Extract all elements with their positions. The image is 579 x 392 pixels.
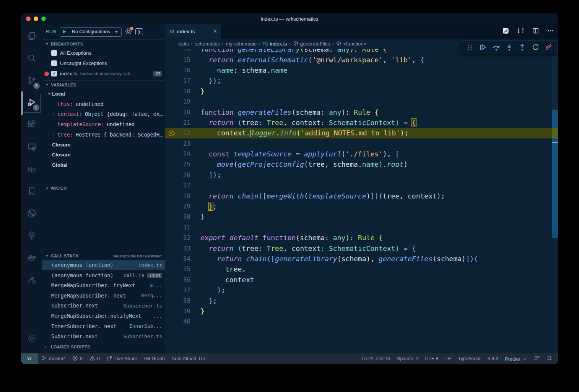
code-line-39[interactable]: 39} — [165, 306, 558, 316]
maximize-window-button[interactable] — [41, 16, 46, 21]
more-actions-icon[interactable] — [547, 27, 554, 36]
variables-section-header[interactable]: ▼VARIABLES — [42, 80, 165, 89]
variable-row[interactable]: ›tree:HostTree {_backend: ScopedH… — [42, 129, 165, 140]
gutter[interactable]: 32 — [165, 233, 200, 243]
split-editor-icon[interactable] — [532, 27, 539, 36]
status-errors[interactable]: 0 — [69, 353, 86, 364]
breadcrumb-item[interactable]: TSindex.ts — [263, 41, 287, 47]
close-tab-icon[interactable]: × — [214, 28, 217, 34]
status-language[interactable]: TypeScript — [454, 353, 484, 364]
gutter[interactable]: 25 — [165, 159, 200, 169]
close-window-button[interactable] — [26, 16, 31, 21]
call-stack-section-header[interactable]: ▼CALL STACK PAUSED ON BREAKPOINT — [42, 252, 165, 260]
restart-button[interactable] — [531, 43, 540, 52]
code-line-21[interactable]: 21 return (tree: Tree, context: Schemati… — [165, 117, 558, 128]
gutter[interactable]: 15 — [165, 54, 200, 65]
gutter[interactable]: 19 — [165, 96, 200, 107]
status-eol[interactable]: LF — [442, 353, 455, 364]
continue-button[interactable] — [478, 43, 488, 52]
minimize-window-button[interactable] — [34, 16, 38, 21]
gutter[interactable]: 20 — [165, 107, 200, 117]
activity-settings[interactable] — [23, 330, 41, 349]
disconnect-button[interactable] — [544, 43, 553, 52]
stack-frame[interactable]: MergeMapSubscriber._tryNextm... — [42, 280, 165, 291]
breadcrumb-item[interactable]: generateFiles — [293, 41, 330, 47]
gutter[interactable]: 38 — [165, 295, 200, 306]
configure-gear-button[interactable] — [125, 28, 132, 36]
checkbox[interactable] — [51, 60, 57, 66]
code-line-29[interactable]: 29 }; — [165, 201, 558, 211]
scope-row[interactable]: ›Closure — [42, 140, 165, 150]
gutter[interactable]: 34 — [165, 254, 200, 264]
status-warnings[interactable]: 0 — [86, 353, 103, 364]
stack-frame[interactable]: MergeMapSubscriber._nextmerg... — [42, 291, 165, 301]
stack-frame[interactable]: InnerSubscriber._nextInnerSub... — [42, 321, 165, 331]
status-indentation[interactable]: Spaces: 2 — [394, 353, 422, 364]
status-encoding[interactable]: UTF-8 — [421, 353, 442, 364]
gripper-handle[interactable] — [465, 43, 474, 52]
code-line-40[interactable]: 40 — [165, 316, 558, 327]
gutter[interactable]: 23 — [165, 138, 200, 149]
code-line-20[interactable]: 20function generateFiles(schema: any): R… — [165, 107, 558, 117]
watch-section-header[interactable]: ▼WATCH — [42, 184, 165, 192]
stack-frame[interactable]: Subscriber.nextSubscriber.ts — [42, 331, 165, 342]
gutter[interactable]: 29 — [165, 201, 200, 211]
code-line-28[interactable]: 28 return chain([mergeWith(templateSourc… — [165, 190, 558, 201]
activity-todo-tree[interactable] — [23, 227, 41, 246]
code-line-26[interactable]: 26 ]); — [165, 170, 558, 180]
variable-row[interactable]: ›context:Object {debug: false, en… — [42, 109, 165, 119]
scope-row[interactable]: ›Global — [42, 160, 165, 170]
checkbox[interactable] — [51, 50, 57, 56]
activity-explorer[interactable] — [23, 27, 41, 46]
code-line-36[interactable]: 36 context — [165, 275, 558, 285]
activity-share[interactable] — [23, 271, 41, 290]
code-line-35[interactable]: 35 tree, — [165, 264, 558, 274]
activity-remote-explorer[interactable] — [23, 138, 41, 157]
compare-refs-icon[interactable] — [517, 27, 524, 36]
step-into-button[interactable] — [505, 43, 514, 52]
gutter[interactable]: 22 — [165, 128, 200, 138]
breadcrumb-item[interactable]: schematics — [195, 41, 220, 47]
variable-row[interactable]: templateSource:undefined — [42, 119, 165, 130]
editor-scrollbar[interactable] — [552, 49, 558, 353]
gutter[interactable]: 28 — [165, 190, 200, 201]
step-over-button[interactable] — [491, 43, 501, 52]
code-line-24[interactable]: 24 const templateSource = apply(url('./f… — [165, 149, 558, 159]
scope-row[interactable]: ›Closure — [42, 150, 165, 160]
activity-extensions[interactable] — [23, 116, 41, 135]
breakpoints-section-header[interactable]: ▼BREAKPOINTS — [42, 39, 165, 48]
stack-frame[interactable]: (anonymous function)index.ts — [42, 260, 165, 270]
code-line-16[interactable]: 16 name: schema.name — [165, 65, 558, 75]
code-line-33[interactable]: 33 return (tree: Tree, context: Schemati… — [165, 243, 558, 253]
breadcrumb-item[interactable]: <function> — [336, 41, 366, 47]
gutter[interactable]: 18 — [165, 86, 200, 96]
activity-source-control[interactable]: 3 — [23, 72, 41, 91]
debug-console-button[interactable]: ❯ — [135, 28, 143, 35]
code-line-32[interactable]: 32export default function(schema: any): … — [165, 233, 558, 243]
breadcrumb-item[interactable]: tools — [178, 41, 189, 47]
breakpoint-row[interactable]: Uncaught Exceptions — [42, 58, 165, 68]
code-line-31[interactable]: 31 — [165, 222, 558, 233]
activity-search[interactable] — [23, 49, 41, 68]
checkbox[interactable]: ✓ — [51, 71, 57, 76]
code-area[interactable]: 14function generateLibrary(schema: any):… — [165, 49, 558, 353]
status-feedback[interactable] — [530, 353, 543, 364]
gutter[interactable]: 35 — [165, 264, 200, 274]
gutter[interactable]: 36 — [165, 275, 200, 285]
activity-bookmarks[interactable] — [23, 182, 41, 202]
status-cursor-position[interactable]: Ln 22, Col 13 — [358, 353, 393, 364]
breakpoint-row[interactable]: All Exceptions — [42, 48, 165, 58]
activity-docker[interactable] — [23, 249, 41, 268]
open-changes-icon[interactable] — [502, 27, 509, 36]
code-line-19[interactable]: 19 — [165, 96, 558, 107]
code-line-25[interactable]: 25 move(getProjectConfig(tree, schema.na… — [165, 159, 558, 169]
step-out-button[interactable] — [518, 43, 527, 52]
activity-git-graph[interactable] — [23, 205, 41, 224]
start-debug-icon[interactable] — [63, 30, 66, 34]
code-line-38[interactable]: 38 }; — [165, 295, 558, 306]
current-breakpoint-icon[interactable] — [168, 130, 176, 138]
code-line-22[interactable]: 22 context.logger.info('adding NOTES.md … — [165, 128, 558, 138]
code-line-37[interactable]: 37 ); — [165, 285, 558, 295]
gutter[interactable]: 37 — [165, 285, 200, 295]
stack-frame[interactable]: (anonymous function)call.js74:24 — [42, 270, 165, 280]
